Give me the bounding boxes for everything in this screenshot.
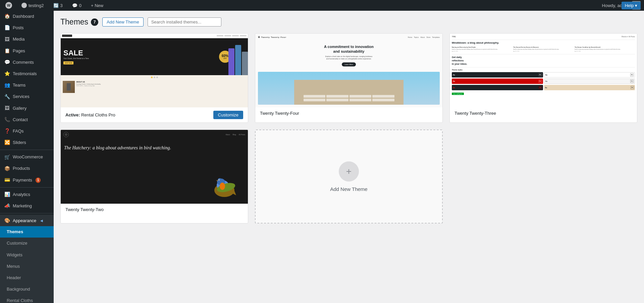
theme-info-rental-cloths: Active: Rental Cloths Pro Customize bbox=[61, 107, 248, 122]
testimonials-icon: ⭐ bbox=[4, 71, 10, 77]
add-new-theme-label: Add New Theme bbox=[330, 186, 367, 192]
theme-card-twenty-twenty-two[interactable]: About Blog All Posts The Hatchery: a blo… bbox=[60, 130, 248, 223]
rc-hero: SALE Your Closet, One Rental at a Time S… bbox=[61, 38, 248, 75]
tt3-feature-text: Get dailyreflectionsin your inbox. bbox=[452, 56, 635, 65]
sidebar-item-sliders[interactable]: 🔀 Sliders bbox=[0, 137, 54, 148]
sidebar-label-menus: Menus bbox=[7, 263, 20, 269]
themes-grid: SALE Your Closet, One Rental at a Time S… bbox=[60, 33, 637, 223]
sidebar-item-dashboard[interactable]: 🏠 Dashboard bbox=[0, 11, 54, 22]
posts-icon: 📄 bbox=[4, 25, 10, 31]
divider-1 bbox=[0, 150, 54, 150]
theme-name-active: Active: Rental Cloths Pro bbox=[65, 112, 115, 117]
sidebar-label-customize: Customize bbox=[7, 240, 27, 246]
tt4-cta: Learn More bbox=[342, 62, 356, 66]
updates-icon: 🔄 bbox=[53, 3, 59, 8]
comments-count: 0 bbox=[79, 3, 82, 8]
sidebar-item-contact[interactable]: 📞 Contact bbox=[0, 114, 54, 125]
wp-logo-item[interactable]: W bbox=[3, 0, 14, 11]
divider-3 bbox=[0, 213, 54, 213]
sidebar: 🏠 Dashboard 📄 Posts 🖼 Media 📋 Pages 💬 Co… bbox=[0, 11, 54, 303]
themes-header: Themes 7 Add New Theme bbox=[60, 17, 637, 27]
sidebar-item-analytics[interactable]: 📊 Analytics bbox=[0, 189, 54, 200]
help-button-wrap: Help ▾ bbox=[622, 2, 641, 9]
customize-button[interactable]: Customize bbox=[213, 111, 243, 119]
sidebar-label-appearance: Appearance bbox=[13, 218, 36, 223]
sidebar-label-widgets: Widgets bbox=[7, 252, 22, 258]
theme-card-rental-cloths-pro[interactable]: SALE Your Closet, One Rental at a Time S… bbox=[60, 33, 248, 123]
theme-screenshot-tt4: ⦿ Twenty Twenty Four Home Topics About S… bbox=[255, 34, 442, 107]
sidebar-item-woocommerce[interactable]: 🛒 WooCommerce bbox=[0, 151, 54, 163]
updates-item[interactable]: 🔄 3 bbox=[51, 0, 65, 11]
rc-about-section: ABOUT US Curating Trends, Celebrating In… bbox=[61, 80, 248, 94]
sidebar-item-products[interactable]: 📦 Products bbox=[0, 163, 54, 174]
sidebar-item-appearance[interactable]: 🎨 Appearance ◀ bbox=[0, 215, 54, 226]
sidebar-item-gallery[interactable]: 🖼 Gallery bbox=[0, 103, 54, 114]
sidebar-item-pages[interactable]: 📋 Pages bbox=[0, 45, 54, 57]
sidebar-item-header[interactable]: Header bbox=[0, 272, 54, 284]
admin-bar: W testing2 🔄 3 💬 0 + New Howdy, admin bbox=[0, 0, 644, 11]
sidebar-item-marketing[interactable]: 📣 Marketing bbox=[0, 200, 54, 212]
theme-name-tt3: Twenty Twenty-Three bbox=[454, 111, 496, 116]
sidebar-item-menus[interactable]: Menus bbox=[0, 261, 54, 272]
teams-icon: 👥 bbox=[4, 82, 10, 88]
rc-shop-btn: SHOP NOW bbox=[63, 61, 73, 64]
sidebar-item-comments[interactable]: 💬 Comments bbox=[0, 57, 54, 68]
svg-point-5 bbox=[219, 180, 219, 180]
sidebar-item-media[interactable]: 🖼 Media bbox=[0, 34, 54, 45]
theme-screenshot-rental-cloths: SALE Your Closet, One Rental at a Time S… bbox=[61, 34, 248, 107]
sidebar-item-teams[interactable]: 👥 Teams bbox=[0, 80, 54, 91]
rc-about-sub: Curating Trends, Celebrating Individuali… bbox=[76, 83, 246, 85]
svg-point-3 bbox=[218, 178, 222, 182]
sidebar-label-products: Products bbox=[13, 165, 30, 171]
contact-icon: 📞 bbox=[4, 117, 10, 123]
tt4-building-image bbox=[258, 72, 440, 105]
rc-about-desc: YOUR CLOTH — Fashion for Every Style bbox=[76, 86, 246, 87]
theme-card-twenty-twenty-three[interactable]: TRE Blocks ▾ All Posts Mindblown: a blog… bbox=[449, 33, 637, 123]
comments-item[interactable]: 💬 0 bbox=[70, 0, 84, 11]
sidebar-label-faqs: FAQs bbox=[13, 128, 24, 134]
sidebar-item-payments[interactable]: 💳 Payments 1 bbox=[0, 174, 54, 186]
sidebar-item-faqs[interactable]: ❓ FAQs bbox=[0, 125, 54, 137]
search-input[interactable] bbox=[148, 17, 221, 27]
tt4-hero: A commitment to innovationand sustainabi… bbox=[258, 41, 440, 70]
sidebar-label-posts: Posts bbox=[13, 25, 24, 31]
sidebar-item-themes[interactable]: Themes bbox=[0, 226, 54, 238]
rc-about-image bbox=[63, 81, 75, 93]
themes-count: 7 bbox=[91, 18, 98, 26]
theme-info-tt2: Twenty Twenty-Two bbox=[61, 204, 248, 215]
site-name-item[interactable]: testing2 bbox=[19, 0, 46, 11]
tt3-posts-grid: Naming and Necessity by Saul Kripke HumF… bbox=[452, 46, 635, 52]
sidebar-item-posts[interactable]: 📄 Posts bbox=[0, 22, 54, 34]
sidebar-label-media: Media bbox=[13, 36, 24, 42]
comments-sidebar-icon: 💬 bbox=[4, 59, 10, 65]
sidebar-item-customize[interactable]: Customize bbox=[0, 238, 54, 249]
sidebar-label-marketing: Marketing bbox=[13, 203, 32, 209]
theme-card-twenty-twenty-four[interactable]: ⦿ Twenty Twenty Four Home Topics About S… bbox=[255, 33, 443, 123]
tt3-styles-grid: Aa Aa Aa Aa Aa Aa bbox=[452, 72, 635, 90]
sidebar-label-sliders: Sliders bbox=[13, 140, 26, 146]
sidebar-item-rental-cloths[interactable]: Rental Cloths bbox=[0, 295, 54, 303]
add-new-theme-button[interactable]: Add New Theme bbox=[102, 17, 144, 27]
sidebar-label-background: Background bbox=[7, 286, 30, 292]
rc-tagline: Your Closet, One Rental at a Time bbox=[63, 57, 89, 59]
site-icon bbox=[21, 3, 27, 8]
tt3-cta: Join mailing list. bbox=[452, 93, 464, 95]
add-new-theme-card[interactable]: + Add New Theme bbox=[255, 130, 443, 223]
media-icon: 🖼 bbox=[4, 36, 10, 42]
svg-point-9 bbox=[220, 183, 225, 190]
sidebar-item-widgets[interactable]: Widgets bbox=[0, 249, 54, 261]
sidebar-item-background[interactable]: Background bbox=[0, 284, 54, 295]
theme-screenshot-tt3: TRE Blocks ▾ All Posts Mindblown: a blog… bbox=[450, 34, 637, 107]
sidebar-label-themes: Themes bbox=[7, 229, 23, 235]
rc-nav-logo bbox=[62, 35, 72, 37]
new-label: + New bbox=[91, 3, 103, 8]
active-label: Active: bbox=[65, 112, 81, 117]
woocommerce-icon: 🛒 bbox=[4, 154, 10, 160]
sidebar-item-services[interactable]: 🔧 Services bbox=[0, 91, 54, 102]
wp-logo-icon: W bbox=[5, 2, 12, 9]
help-button[interactable]: Help ▾ bbox=[622, 2, 641, 9]
page-title: Themes 7 bbox=[60, 17, 98, 27]
new-item[interactable]: + New bbox=[89, 0, 105, 11]
sidebar-label-analytics: Analytics bbox=[13, 192, 30, 198]
sidebar-item-testimonials[interactable]: ⭐ Testimonials bbox=[0, 68, 54, 80]
